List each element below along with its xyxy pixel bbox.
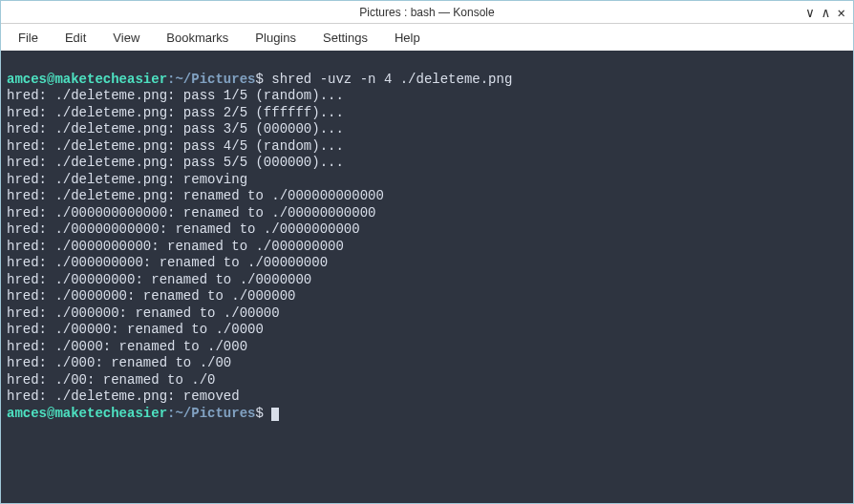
menu-file[interactable]: File [5, 27, 52, 49]
prompt-path: ~/Pictures [175, 406, 255, 421]
minimize-icon[interactable]: ∨ [806, 6, 814, 19]
output-line: hred: ./0000000000: renamed to ./0000000… [7, 239, 344, 254]
menu-plugins[interactable]: Plugins [242, 27, 310, 49]
menu-edit[interactable]: Edit [52, 27, 99, 49]
output-line: hred: ./000000: renamed to ./00000 [7, 305, 280, 321]
output-line: hred: ./00: renamed to ./0 [7, 372, 215, 388]
menu-view[interactable]: View [99, 27, 153, 49]
window-title: Pictures : bash — Konsole [359, 6, 494, 19]
cursor-icon [271, 408, 279, 421]
prompt-user: amces@maketecheasier [7, 406, 167, 421]
prompt-dollar: $ [255, 406, 263, 421]
output-line: hred: ./deleteme.png: pass 2/5 (ffffff).… [7, 105, 344, 120]
window-controls: ∨ ∧ ✕ [806, 6, 845, 19]
output-line: hred: ./deleteme.png: renamed to ./00000… [7, 188, 384, 203]
command-text: shred -uvz -n 4 ./deleteme.png [264, 72, 512, 87]
output-line: hred: ./0000000: renamed to ./000000 [7, 288, 295, 304]
output-line: hred: ./000000000: renamed to ./00000000 [7, 255, 328, 270]
output-line: hred: ./000: renamed to ./00 [7, 355, 231, 370]
titlebar: Pictures : bash — Konsole ∨ ∧ ✕ [1, 1, 853, 24]
menu-bookmarks[interactable]: Bookmarks [153, 27, 242, 49]
terminal-area[interactable]: amces@maketecheasier:~/Pictures$ shred -… [1, 51, 853, 503]
output-line: hred: ./000000000000: renamed to ./00000… [7, 205, 375, 220]
output-line: hred: ./deleteme.png: pass 5/5 (000000).… [7, 155, 344, 170]
output-line: hred: ./deleteme.png: removed [7, 388, 240, 404]
output-line: hred: ./00000000: renamed to ./0000000 [7, 272, 311, 287]
output-line: hred: ./deleteme.png: pass 4/5 (random).… [7, 138, 344, 154]
output-line: hred: ./0000: renamed to ./000 [7, 339, 247, 354]
prompt-dollar: $ [255, 72, 263, 87]
output-line: hred: ./00000000000: renamed to ./000000… [7, 221, 360, 237]
menubar: File Edit View Bookmarks Plugins Setting… [1, 24, 853, 51]
menu-help[interactable]: Help [381, 27, 434, 49]
maximize-icon[interactable]: ∧ [822, 6, 829, 19]
output-line: hred: ./deleteme.png: removing [7, 172, 247, 187]
output-line: hred: ./00000: renamed to ./0000 [7, 322, 264, 337]
menu-settings[interactable]: Settings [310, 27, 381, 49]
prompt-path: ~/Pictures [175, 72, 255, 87]
output-line: hred: ./deleteme.png: pass 1/5 (random).… [7, 88, 344, 103]
prompt-user: amces@maketecheasier [7, 72, 167, 87]
close-icon[interactable]: ✕ [838, 6, 845, 19]
output-line: hred: ./deleteme.png: pass 3/5 (000000).… [7, 121, 344, 136]
